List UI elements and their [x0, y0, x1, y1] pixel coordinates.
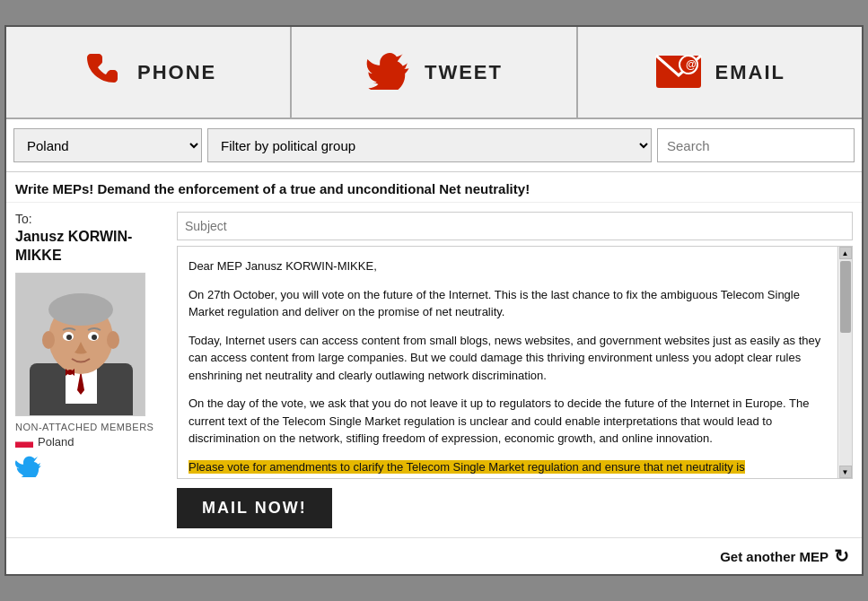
mep-name: Janusz KORWIN-MIKKE — [15, 228, 168, 266]
phone-action[interactable]: PHONE — [6, 27, 292, 118]
svg-rect-20 — [15, 441, 33, 448]
email-label: EMAIL — [715, 61, 785, 84]
highlight-text: Please vote for amendments to clarify th… — [189, 460, 745, 474]
to-label: To: — [15, 212, 168, 226]
phone-icon — [80, 47, 125, 98]
svg-point-15 — [92, 335, 97, 340]
subject-input[interactable] — [177, 212, 853, 240]
scroll-up-arrow[interactable]: ▲ — [839, 247, 852, 259]
mail-now-button[interactable]: MAIL NOW! — [177, 488, 332, 528]
get-another-mep-button[interactable]: Get another MEP ↻ — [720, 545, 849, 567]
email-icon: @ — [654, 48, 703, 96]
mep-avatar-svg — [16, 274, 145, 416]
scroll-thumb — [840, 261, 851, 333]
message-greeting: Dear MEP Janusz KORWIN-MIKKE, — [189, 257, 832, 275]
svg-rect-19 — [15, 436, 33, 442]
get-another-label: Get another MEP — [720, 549, 829, 564]
tweet-label: TWEET — [425, 61, 503, 84]
scroll-down-arrow[interactable]: ▼ — [839, 466, 852, 478]
message-p1: On 27th October, you will vote on the fu… — [189, 286, 832, 321]
message-area[interactable]: Dear MEP Janusz KORWIN-MIKKE, On 27th Oc… — [177, 246, 853, 479]
svg-point-9 — [48, 293, 113, 326]
political-group-select[interactable]: Filter by political group EPP S&D ECR AL… — [207, 128, 652, 162]
mep-country: Poland — [38, 435, 74, 449]
mep-country-row: Poland — [15, 435, 168, 449]
tweet-action[interactable]: TWEET — [292, 27, 577, 118]
mep-photo — [15, 273, 145, 416]
mep-group: NON-ATTACHED MEMBERS — [15, 422, 168, 432]
svg-point-10 — [42, 331, 55, 349]
scroll-track[interactable] — [839, 259, 852, 466]
message-scrollbar[interactable]: ▲ ▼ — [837, 247, 852, 478]
left-panel: To: Janusz KORWIN-MIKKE — [15, 212, 168, 528]
poland-flag — [15, 436, 33, 448]
main-content: To: Janusz KORWIN-MIKKE — [6, 203, 862, 537]
mep-twitter-icon[interactable] — [15, 454, 168, 483]
country-select[interactable]: Poland Germany France All Countries — [13, 128, 202, 162]
message-p3: On the day of the vote, we ask that you … — [189, 395, 832, 448]
svg-point-18 — [67, 370, 73, 375]
message-p4: Please vote for amendments to clarify th… — [189, 458, 832, 476]
svg-point-14 — [66, 335, 72, 340]
message-text: Dear MEP Janusz KORWIN-MIKKE, On 27th Oc… — [178, 247, 852, 478]
tweet-icon — [365, 48, 412, 96]
message-p2: Today, Internet users can access content… — [189, 332, 832, 385]
mail-button-wrapper: MAIL NOW! — [177, 484, 853, 528]
email-action[interactable]: @ EMAIL — [578, 27, 862, 118]
action-bar: PHONE TWEET @ EMAIL — [6, 27, 862, 119]
svg-text:@: @ — [686, 58, 697, 71]
headline: Write MEPs! Demand the enforcement of a … — [6, 172, 862, 203]
search-input[interactable] — [657, 128, 855, 162]
refresh-icon: ↻ — [834, 545, 849, 567]
svg-point-11 — [107, 331, 119, 349]
right-panel: Dear MEP Janusz KORWIN-MIKKE, On 27th Oc… — [177, 212, 853, 528]
phone-label: PHONE — [137, 61, 216, 84]
filter-bar: Poland Germany France All Countries Filt… — [6, 119, 862, 172]
footer-row: Get another MEP ↻ — [6, 537, 862, 574]
